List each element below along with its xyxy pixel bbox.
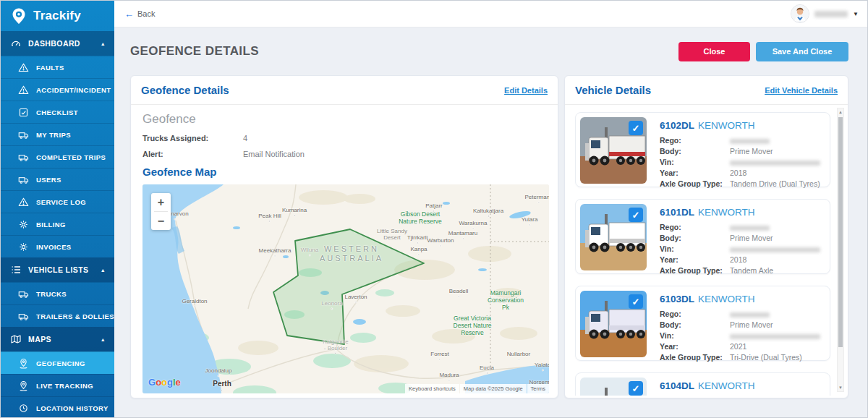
vehicle-card-6103dl: ✓ 6103DLKENWORTH Rego: Body: Prime Mover… [575, 286, 830, 361]
vehicle-field-row: Body: Prime Mover [660, 320, 825, 330]
chevron-down-icon: ▼ [853, 11, 859, 17]
chevron-up-icon: ▲ [101, 268, 106, 273]
sidebar-item-label: MAPS [28, 335, 51, 344]
google-logo[interactable]: Google [148, 377, 181, 388]
geofence-details-panel: Geofence Details Edit Details Geofence T… [130, 75, 558, 398]
sidebar-item-billing[interactable]: BILLING [1, 213, 114, 235]
edit-vehicle-details-link[interactable]: Edit Vehicle Details [765, 86, 838, 95]
sidebar-item-geofencing[interactable]: GEOFENCING [1, 351, 114, 374]
vehicle-checkbox-checked[interactable]: ✓ [629, 294, 643, 309]
map-data-label: Map data ©2025 Google [460, 384, 527, 393]
vehicle-field-row: Year: 2018 [660, 255, 825, 265]
sidebar: Trackify DASHBOARD▲FAULTSACCIDENT/INCIDE… [1, 1, 114, 418]
truck-icon [18, 152, 29, 163]
vehicle-field-value [730, 330, 820, 341]
sidebar-item-my-trips[interactable]: MY TRIPS [1, 123, 114, 145]
terms-link[interactable]: Terms [527, 384, 549, 393]
truck-icon [18, 174, 29, 185]
edit-details-link[interactable]: Edit Details [504, 86, 548, 95]
sidebar-item-users[interactable]: USERS [1, 168, 114, 190]
sidebar-item-label: GEOFENCING [36, 359, 85, 367]
vehicle-field-row: Axle Group Type: Tri-Drive (Dual Tyres) [660, 352, 825, 363]
vehicle-card-6102dl: ✓ 6102DLKENWORTH Rego: Body: Prime Mover… [575, 112, 830, 187]
save-and-close-button[interactable]: Save And Close [756, 42, 848, 61]
geofence-map[interactable]: CarnarvonPeak HillKumarinaMeekatharraWil… [142, 184, 549, 393]
vehicle-panel-title: Vehicle Details [575, 84, 651, 96]
vehicle-field-label: Year: [660, 168, 730, 179]
alert-value: Email Notification [243, 150, 305, 158]
vehicle-field-label: Vin: [660, 330, 730, 341]
vehicle-list-scrollbar[interactable]: ▲ ▼ [837, 108, 844, 392]
chevron-up-icon: ▲ [101, 41, 106, 46]
scroll-down-icon[interactable]: ▼ [838, 384, 843, 391]
scrollbar-thumb[interactable] [838, 117, 843, 347]
sidebar-item-maps[interactable]: MAPS▲ [1, 327, 114, 351]
vehicle-field-row: Rego: [660, 309, 825, 320]
sidebar-item-invoices[interactable]: INVOICES [1, 235, 114, 257]
vehicle-field-value: Prime Mover [730, 233, 773, 244]
sidebar-item-trucks[interactable]: TRUCKS [1, 282, 114, 304]
sidebar-item-label: VEHICLE LISTS [28, 265, 88, 274]
list-icon [10, 264, 22, 276]
vehicle-info: 6102DLKENWORTH Rego: Body: Prime Mover V… [660, 117, 825, 182]
sidebar-item-live-tracking[interactable]: LIVE TRACKING [1, 374, 114, 396]
vehicle-field-row: Rego: [660, 222, 825, 233]
sidebar-item-checklist[interactable]: CHECKLIST [1, 101, 114, 123]
vehicle-field-label: Axle Group Type: [660, 265, 730, 276]
vehicle-checkbox-checked[interactable]: ✓ [629, 208, 643, 222]
map-zoom-control: + − [151, 193, 171, 230]
alert-label: Alert: [142, 150, 243, 158]
vehicle-field-label: Vin: [660, 244, 730, 255]
vehicle-field-value [730, 135, 770, 146]
vehicle-field-row: Body: Prime Mover [660, 146, 825, 157]
vehicle-field-row: Year: 2018 [660, 168, 825, 179]
chevron-up-icon: ▲ [101, 337, 106, 342]
brand[interactable]: Trackify [1, 1, 114, 31]
map-icon [10, 333, 22, 345]
vehicle-field-value: Tandem Drive (Dual Tyres) [730, 179, 820, 189]
vehicle-photo: ✓ [580, 378, 647, 396]
vehicle-card-6104dl: ✓ 6104DLKENWORTH Rego: [575, 372, 830, 396]
vehicle-make: KENWORTH [698, 120, 755, 131]
map-canvas [142, 184, 549, 393]
vehicle-field-label: Axle Group Type: [660, 179, 730, 189]
vehicle-field-value: 2018 [730, 168, 746, 179]
vehicle-field-label: Axle Group Type: [660, 352, 730, 363]
zoom-out-button[interactable]: − [151, 212, 171, 230]
scroll-up-icon[interactable]: ▲ [838, 108, 843, 116]
sidebar-item-label: MY TRIPS [36, 131, 71, 139]
back-button[interactable]: ← Back [124, 9, 155, 20]
history-icon [18, 403, 29, 414]
sidebar-item-location-history[interactable]: LOCATION HISTORY [1, 396, 114, 418]
sidebar-item-accident-incident[interactable]: ACCIDENT/INCIDENT [1, 78, 114, 101]
back-label: Back [137, 9, 155, 18]
vehicle-id: 6101DL [660, 207, 694, 218]
vehicle-checkbox-checked[interactable]: ✓ [629, 381, 643, 396]
sidebar-item-label: SERVICE LOG [36, 198, 86, 206]
vehicle-field-row: Axle Group Type: Tandem Drive (Dual Tyre… [660, 179, 825, 189]
sidebar-item-dashboard[interactable]: DASHBOARD▲ [1, 31, 114, 56]
sidebar-item-vehicle-lists[interactable]: VEHICLE LISTS▲ [1, 257, 114, 282]
sidebar-item-trailers-dollies[interactable]: TRAILERS & DOLLIES [1, 304, 114, 327]
vehicle-checkbox-checked[interactable]: ✓ [629, 121, 643, 135]
sidebar-item-faults[interactable]: FAULTS [1, 56, 114, 78]
brand-name: Trackify [33, 9, 81, 23]
vehicle-field-label: Rego: [660, 222, 730, 233]
keyboard-shortcuts-link[interactable]: Keyboard shortcuts [405, 384, 459, 393]
avatar [791, 4, 809, 23]
sidebar-item-completed-trips[interactable]: COMPLETED TRIPS [1, 145, 114, 168]
sidebar-item-label: LOCATION HISTORY [36, 404, 109, 412]
sidebar-item-service-log[interactable]: SERVICE LOG [1, 190, 114, 213]
user-menu[interactable]: ▼ [791, 4, 859, 23]
vehicle-field-label: Rego: [660, 135, 730, 146]
sidebar-item-label: CHECKLIST [36, 108, 78, 116]
gauge-icon [10, 38, 22, 49]
zoom-in-button[interactable]: + [151, 193, 171, 211]
vehicle-list: ✓ 6102DLKENWORTH Rego: Body: Prime Mover… [565, 106, 848, 396]
vehicle-field-value: Prime Mover [730, 320, 773, 330]
close-button[interactable]: Close [678, 42, 750, 61]
checklist-icon [18, 107, 29, 118]
vehicle-field-label: Rego: [660, 309, 730, 320]
vehicle-field-value [730, 309, 770, 320]
geofence-panel-title: Geofence Details [141, 84, 229, 96]
